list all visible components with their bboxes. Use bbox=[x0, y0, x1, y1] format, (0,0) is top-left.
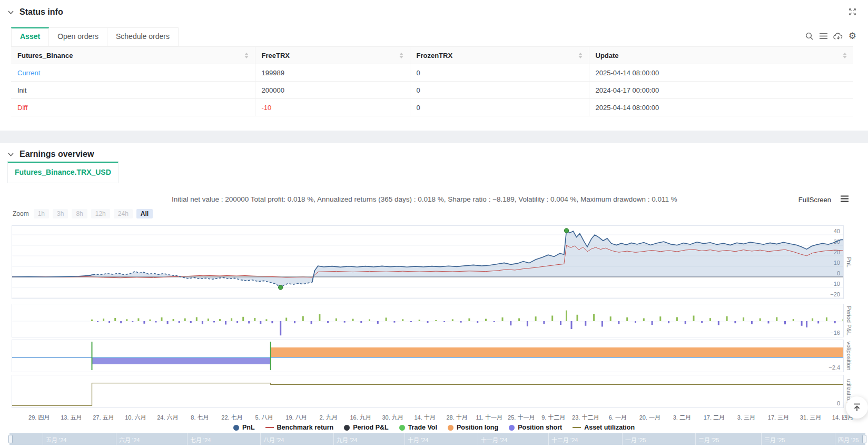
legend-item-period-p&l[interactable]: Period P&L bbox=[344, 424, 388, 431]
navigator-month-divider bbox=[116, 433, 116, 445]
navigator-month-divider bbox=[695, 433, 696, 445]
column-label: Update bbox=[596, 52, 619, 59]
x-tick-label: 20. 一月 bbox=[639, 413, 660, 421]
chart-navigator[interactable]: 五月 '24六月 '24七月 '24八月 '24九月 '24十月 '24十一月 … bbox=[9, 433, 865, 445]
column-header-update[interactable]: Update bbox=[589, 47, 853, 64]
x-tick-label: 3. 二月 bbox=[673, 413, 691, 421]
x-tick-label: 9. 十二月 bbox=[541, 413, 565, 421]
gear-icon[interactable]: ⚙ bbox=[849, 32, 856, 41]
pnl-chart[interactable]: 403020100−10−20 bbox=[12, 226, 843, 298]
legend-item-position-long[interactable]: Position long bbox=[448, 424, 498, 431]
cell-free: 199989 bbox=[255, 64, 410, 82]
navigator-month-divider bbox=[622, 433, 623, 445]
x-tick-label: 23. 十二月 bbox=[572, 413, 599, 421]
zoom-option-24h[interactable]: 24h bbox=[114, 209, 133, 218]
tab-futures-binance-trx-usd[interactable]: Futures_Binance.TRX_USD bbox=[7, 162, 119, 183]
x-tick-label: 30. 九月 bbox=[382, 413, 403, 421]
row-diff-label: Diff bbox=[11, 99, 255, 116]
zoom-option-3h[interactable]: 3h bbox=[53, 209, 68, 218]
legend-item-trade-vol[interactable]: Trade Vol bbox=[399, 424, 437, 431]
zoom-option-12h[interactable]: 12h bbox=[91, 209, 110, 218]
legend-item-pnl[interactable]: PnL bbox=[233, 424, 255, 431]
legend-dot-icon bbox=[509, 425, 515, 431]
sort-carets-icon[interactable] bbox=[244, 53, 249, 58]
x-tick-label: 25. 十一月 bbox=[508, 413, 535, 421]
svg-text:−20: −20 bbox=[830, 291, 840, 297]
sort-carets-icon[interactable] bbox=[843, 53, 847, 58]
legend-label: Asset utilization bbox=[584, 424, 635, 431]
pos-axis-label: vol/position bbox=[846, 341, 852, 370]
legend-label: Trade Vol bbox=[408, 424, 437, 431]
earnings-overview-card: Earnings overview Futures_Binance.TRX_US… bbox=[0, 143, 868, 448]
period-pnl-chart[interactable]: −16 bbox=[12, 304, 843, 337]
x-tick-label: 28. 十月 bbox=[446, 413, 467, 421]
cell-update: 2025-04-14 08:00:00 bbox=[589, 64, 853, 82]
navigator-month-divider bbox=[43, 433, 43, 445]
legend-item-benchmark-return[interactable]: Benchmark return bbox=[265, 424, 334, 431]
column-label: Futures_Binance bbox=[17, 52, 73, 59]
zoom-option-1h[interactable]: 1h bbox=[34, 209, 49, 218]
x-tick-label: 17. 三月 bbox=[768, 413, 789, 421]
column-header-freetrx[interactable]: FreeTRX bbox=[255, 47, 410, 64]
x-tick-label: 2. 九月 bbox=[319, 413, 337, 421]
chevron-down-icon[interactable] bbox=[7, 151, 14, 158]
earnings-chart: 403020100−10−20 −16 −2.4 0 PnL Period P&… bbox=[0, 224, 868, 448]
x-tick-label: 16. 九月 bbox=[350, 413, 371, 421]
x-tick-label: 29. 四月 bbox=[28, 413, 50, 421]
legend-item-position-short[interactable]: Position short bbox=[509, 424, 562, 431]
x-tick-label: 11. 十一月 bbox=[476, 413, 502, 421]
legend-label: PnL bbox=[242, 424, 255, 431]
table-row: Diff -10 0 2025-04-14 08:00:00 bbox=[11, 99, 853, 116]
tab-asset[interactable]: Asset bbox=[11, 27, 49, 46]
position-chart[interactable]: −2.4 bbox=[12, 340, 843, 372]
search-icon[interactable] bbox=[805, 32, 814, 41]
legend-line-icon bbox=[573, 427, 581, 428]
x-tick-label: 10. 六月 bbox=[125, 413, 146, 421]
navigator-right-handle[interactable] bbox=[862, 435, 866, 443]
zoom-option-8h[interactable]: 8h bbox=[72, 209, 87, 218]
navigator-month-label: 十月 '24 bbox=[408, 435, 428, 444]
navigator-month-divider bbox=[478, 433, 478, 445]
legend-label: Period P&L bbox=[353, 424, 388, 431]
svg-text:−2.4: −2.4 bbox=[828, 364, 840, 371]
x-tick-label: 17. 二月 bbox=[704, 413, 725, 421]
x-tick-label: 3. 三月 bbox=[737, 413, 755, 421]
back-to-top-button[interactable] bbox=[846, 396, 868, 419]
legend-dot-icon bbox=[233, 425, 239, 431]
chart-menu-icon[interactable] bbox=[840, 195, 849, 205]
x-tick-label: 14. 十月 bbox=[414, 413, 435, 421]
svg-text:0: 0 bbox=[837, 400, 840, 406]
column-header-frozentrx[interactable]: FrozenTRX bbox=[410, 47, 589, 64]
x-tick-label: 31. 三月 bbox=[800, 413, 821, 421]
navigator-month-label: 四月 '25 bbox=[838, 435, 859, 444]
tab-schedule-orders[interactable]: Schedule orders bbox=[107, 27, 179, 46]
x-axis-labels: 29. 四月13. 五月27. 五月10. 六月24. 六月8. 七月22. 七… bbox=[0, 413, 868, 421]
x-tick-label: 27. 五月 bbox=[93, 413, 114, 421]
chart-legend: PnLBenchmark returnPeriod P&LTrade VolPo… bbox=[0, 424, 868, 431]
zoom-option-all[interactable]: All bbox=[136, 209, 153, 218]
tab-open-orders[interactable]: Open orders bbox=[49, 27, 107, 46]
cell-frozen: 0 bbox=[410, 99, 589, 116]
navigator-month-divider bbox=[405, 433, 405, 445]
legend-label: Position short bbox=[518, 424, 562, 431]
column-label: FrozenTRX bbox=[417, 52, 453, 59]
menu-icon[interactable] bbox=[819, 32, 828, 40]
cloud-download-icon[interactable] bbox=[833, 32, 843, 41]
asset-table: Futures_BinanceFreeTRXFrozenTRXUpdate Cu… bbox=[11, 46, 853, 116]
chevron-down-icon[interactable] bbox=[7, 9, 14, 16]
fullscreen-button[interactable]: FullScreen bbox=[798, 196, 831, 204]
svg-text:−10: −10 bbox=[830, 281, 840, 287]
fullscreen-icon[interactable] bbox=[849, 8, 856, 18]
legend-item-asset-utilization[interactable]: Asset utilization bbox=[573, 424, 635, 431]
navigator-left-handle[interactable] bbox=[8, 435, 13, 443]
sort-carets-icon[interactable] bbox=[578, 53, 583, 58]
utilization-chart[interactable]: 0 bbox=[12, 375, 843, 407]
status-section-title: Status info bbox=[19, 7, 63, 17]
navigator-month-label: 五月 '24 bbox=[46, 435, 66, 444]
row-current-label[interactable]: Current bbox=[11, 64, 255, 82]
x-tick-label: 5. 八月 bbox=[255, 413, 273, 421]
sort-carets-icon[interactable] bbox=[399, 53, 403, 58]
column-header-futures_binance[interactable]: Futures_Binance bbox=[11, 47, 255, 64]
svg-text:40: 40 bbox=[834, 228, 840, 234]
navigator-month-divider bbox=[835, 433, 835, 445]
